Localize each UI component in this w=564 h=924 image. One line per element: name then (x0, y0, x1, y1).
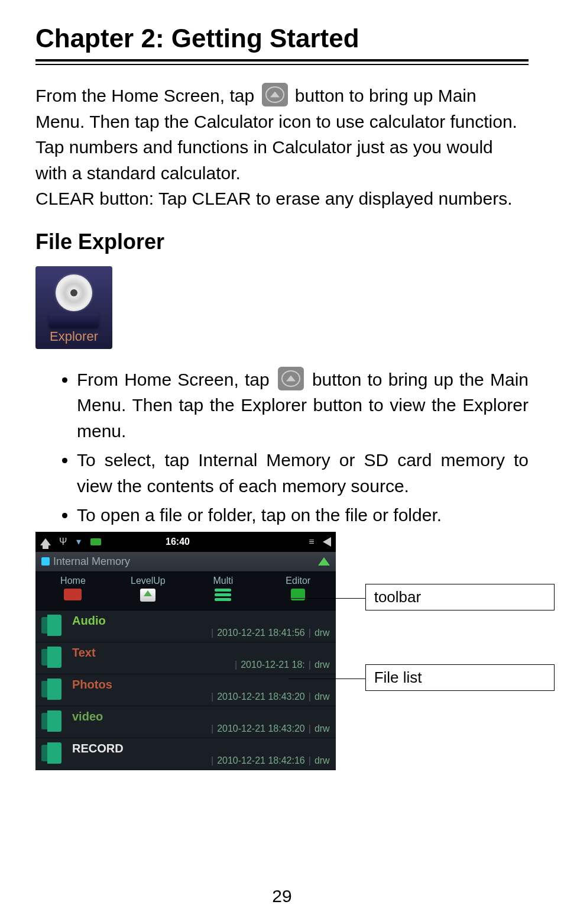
chapter-rule (35, 59, 529, 65)
toolbar-multi-button[interactable]: Multi (186, 572, 261, 610)
file-list: Audio|2010-12-21 18:41:56|drwText|2010-1… (35, 610, 336, 770)
file-meta: |2010-12-21 18:41:56|drw (208, 628, 330, 638)
folder-icon (41, 679, 63, 701)
callout-line-toolbar (289, 598, 365, 599)
file-attr: drw (315, 660, 330, 670)
file-row[interactable]: Text|2010-12-21 18:|drw (35, 642, 336, 674)
toolbar-home-label: Home (38, 576, 108, 586)
apps-button-icon (262, 83, 288, 106)
apps-button-icon (278, 367, 304, 390)
status-clock: 16:40 (166, 537, 190, 547)
toolbar-editor-button[interactable]: Editor (261, 572, 336, 610)
bullet-list: From Home Screen, tap button to bring up… (35, 367, 529, 528)
file-attr: drw (315, 628, 330, 638)
file-row-content: Text|2010-12-21 18:|drw (72, 646, 330, 670)
toolbar-levelup-label: LevelUp (113, 576, 183, 586)
file-row-content: video|2010-12-21 18:43:20|drw (72, 710, 330, 734)
file-date: 2010-12-21 18: (241, 660, 305, 670)
file-row-content: Photos|2010-12-21 18:43:20|drw (72, 678, 330, 702)
file-row[interactable]: video|2010-12-21 18:43:20|drw (35, 706, 336, 738)
explorer-app-icon: Explorer (35, 266, 112, 349)
folder-icon (41, 710, 63, 733)
callout-toolbar: toolbar (365, 584, 555, 610)
toolbar-editor-label: Editor (263, 576, 333, 586)
file-row-content: Audio|2010-12-21 18:41:56|drw (72, 614, 330, 638)
file-date: 2010-12-21 18:42:16 (217, 755, 305, 765)
folder-icon (41, 615, 63, 637)
folder-icon (41, 742, 63, 765)
home-icon (40, 538, 51, 545)
paragraph-2: Tap numbers and functions in Calculator … (35, 134, 529, 186)
file-name: Photos (72, 678, 330, 692)
file-row[interactable]: Audio|2010-12-21 18:41:56|drw (35, 610, 336, 642)
screenshot-with-callouts: Ψ ▾ 16:40 ≡ Internal Memory Home (35, 532, 529, 770)
file-date: 2010-12-21 18:43:20 (217, 723, 305, 734)
file-meta: |2010-12-21 18:43:20|drw (208, 723, 330, 734)
battery-icon (90, 538, 101, 545)
file-name: RECORD (72, 742, 330, 755)
bullet-item-3: To open a file or folder, tap on the fil… (77, 502, 529, 528)
wifi-icon: ▾ (76, 536, 81, 547)
bullet-item-2: To select, tap Internal Memory or SD car… (77, 447, 529, 499)
file-attr: drw (315, 692, 330, 702)
file-attr: drw (315, 755, 330, 765)
file-meta: |2010-12-21 18:42:16|drw (208, 755, 330, 766)
file-meta: |2010-12-21 18:43:20|drw (208, 692, 330, 702)
callout-filelist: File list (365, 664, 555, 691)
level-up-icon (140, 589, 155, 602)
multi-select-icon (215, 589, 231, 602)
page: Chapter 2: Getting Started From the Home… (0, 0, 564, 924)
page-number: 29 (0, 886, 564, 906)
file-date: 2010-12-21 18:41:56 (217, 628, 305, 638)
usb-icon: Ψ (59, 537, 67, 547)
storage-icon (41, 557, 50, 566)
menu-icon: ≡ (309, 537, 314, 547)
chapter-title: Chapter 2: Getting Started (35, 24, 529, 53)
file-name: video (72, 710, 330, 723)
file-row-content: RECORD|2010-12-21 18:42:16|drw (72, 742, 330, 766)
file-date: 2010-12-21 18:43:20 (217, 692, 305, 702)
back-icon (323, 537, 331, 547)
disc-icon (56, 274, 92, 311)
breadcrumb-bar: Internal Memory (35, 552, 336, 572)
toolbar-multi-label: Multi (188, 576, 258, 586)
folder-icon (41, 647, 63, 669)
file-name: Text (72, 646, 330, 660)
paragraph-1: From the Home Screen, tap button to brin… (35, 83, 529, 134)
section-heading-file-explorer: File Explorer (35, 230, 529, 254)
toolbar-levelup-button[interactable]: LevelUp (111, 572, 186, 610)
toolbar-home-button[interactable]: Home (35, 572, 111, 610)
scroll-up-icon (318, 557, 330, 566)
status-bar: Ψ ▾ 16:40 ≡ (35, 532, 336, 552)
explorer-screenshot: Ψ ▾ 16:40 ≡ Internal Memory Home (35, 532, 336, 770)
file-name: Audio (72, 614, 330, 628)
file-attr: drw (315, 723, 330, 734)
file-meta: |2010-12-21 18:|drw (231, 660, 330, 670)
paragraph-1-part-a: From the Home Screen, tap (35, 86, 254, 105)
explorer-icon-label: Explorer (50, 329, 98, 344)
explorer-toolbar: Home LevelUp Multi Editor (35, 572, 336, 610)
bullet-1-part-a: From Home Screen, tap (77, 370, 270, 389)
bullet-item-1: From Home Screen, tap button to bring up… (77, 367, 529, 444)
breadcrumb-title: Internal Memory (53, 555, 130, 568)
paragraph-3: CLEAR button: Tap CLEAR to erase any dis… (35, 186, 529, 212)
home-icon (64, 589, 82, 600)
file-row[interactable]: RECORD|2010-12-21 18:42:16|drw (35, 738, 336, 770)
callout-line-filelist (289, 679, 365, 680)
drive-icon (49, 314, 99, 328)
